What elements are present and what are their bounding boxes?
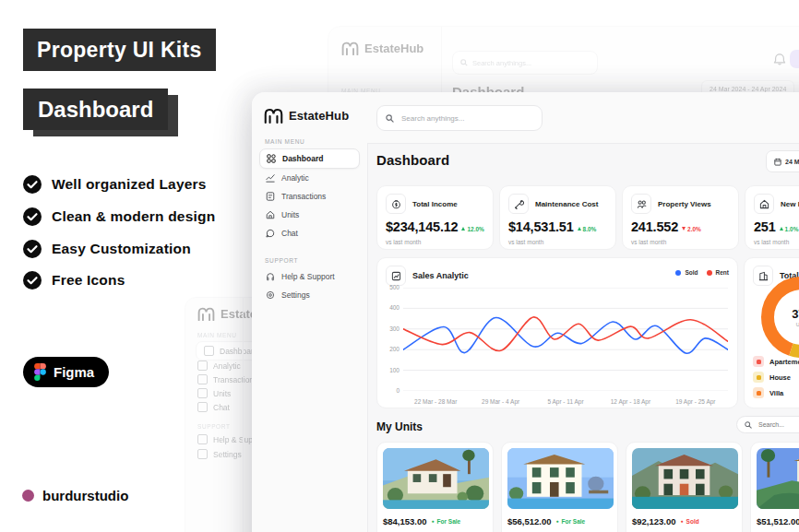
gear-icon (266, 290, 275, 300)
legend-item-house: House (753, 372, 799, 383)
unit-card-azure-haven[interactable]: $56,512.00 For Sale Azure Haven Villa (501, 442, 618, 532)
sidebar-item-settings[interactable]: Settings (259, 286, 360, 304)
search-icon (386, 114, 394, 123)
coin-icon (386, 194, 406, 214)
brand-name: EstateHub (289, 109, 349, 123)
transactions-icon (197, 374, 208, 384)
legend-item-villa: Villa (753, 387, 799, 398)
check-icon (23, 175, 42, 194)
studio-credit: burdurstudio (22, 488, 128, 503)
house-icon (754, 194, 774, 214)
main-menu-label: MAIN MENU (265, 138, 367, 145)
analytic-icon (266, 173, 275, 183)
brand-name: EstateHub (364, 41, 423, 55)
estatehub-logo-icon (197, 307, 215, 321)
page-title: Dashboard (376, 152, 799, 168)
sidebar-item-analytic[interactable]: Analytic (259, 169, 360, 187)
stat-card-maintenance-cost: Maintenance Cost $14,531.51 8.0% vs last… (499, 185, 616, 250)
help-icon (197, 434, 208, 444)
sidebar-item-transactions[interactable]: Transactions (259, 187, 360, 206)
estatehub-logo-icon (264, 108, 283, 124)
legend-item-rent: Rent (707, 269, 729, 276)
units-row: $84,153.00 For Sale Green Valley Retreat (376, 442, 799, 532)
legend-item-sold: Sold (675, 269, 698, 276)
feature-item: Clean & modern design (23, 207, 215, 226)
bell-icon (773, 53, 786, 66)
sidebar-item-units[interactable]: Units (259, 206, 360, 224)
estatehub-logo[interactable]: EstateHub (264, 108, 367, 124)
ghost-sidebar-item: Units (197, 388, 231, 398)
status-badge: For Sale (432, 518, 461, 525)
promo-title: Property UI Kits (23, 29, 216, 71)
dashboard-icon (267, 154, 276, 163)
change-badge: 2.0% (682, 226, 701, 232)
avatar (790, 50, 799, 68)
feature-item: Free Icons (23, 271, 125, 290)
status-badge: Sold (681, 518, 699, 525)
search-icon (460, 59, 468, 66)
transactions-icon (266, 192, 275, 201)
sidebar-item-dashboard[interactable]: Dashboard (259, 148, 360, 169)
date-range[interactable]: 24 Mar 2024 - 24 Apr 2024 (767, 158, 799, 166)
topbar (367, 92, 799, 144)
change-badge: 12.0% (461, 226, 483, 232)
calendar-icon (774, 158, 781, 166)
chat-icon (266, 229, 275, 238)
units-search[interactable] (736, 416, 799, 433)
support-label: SUPPORT (265, 257, 367, 264)
headset-icon (266, 272, 275, 281)
search-input[interactable] (400, 113, 505, 124)
feature-item: Well organized Layers (23, 175, 207, 194)
ghost-sidebar-item: Transactions (197, 374, 257, 384)
dashboard-content: Dashboard 24 Mar 2024 - 24 Apr 2024 Mont… (367, 143, 799, 532)
chat-icon (197, 402, 208, 412)
donut-legend: Apartement House Villa (753, 356, 799, 398)
estatehub-logo-icon (341, 41, 359, 55)
units-search-input[interactable] (757, 420, 799, 429)
stat-card-total-income: Total Income $234,145.12 12.0% vs last m… (376, 185, 494, 250)
status-badge: For Sale (556, 518, 586, 525)
global-search[interactable] (376, 105, 543, 131)
sales-chart-title: Sales Analytic (412, 271, 469, 280)
settings-icon (197, 449, 208, 459)
sales-legend: Sold Rent (675, 269, 729, 276)
date-range-picker[interactable]: 24 Mar 2024 - 24 Apr 2024 Monthly (766, 150, 799, 172)
unit-photo (757, 448, 799, 509)
ghost-search: Search anythings... (452, 51, 598, 75)
promo-subtitle: Dashboard (23, 89, 168, 130)
ghost-sidebar-item: Chat (197, 402, 230, 412)
people-icon (631, 194, 651, 214)
stat-card-new-properties: New Properties 251 1.0% vs last month (745, 185, 799, 250)
check-icon (23, 207, 42, 226)
dashboard-icon (204, 346, 214, 356)
unit-card-mountain-breeze[interactable]: $92,123.00 Sold Mountain Breeze Villa (626, 442, 743, 532)
unit-card-lakeside-harmony[interactable]: $51,512.00 For Sale Lakeside Harmony (750, 442, 799, 532)
sidebar-item-help-support[interactable]: Help & Support (259, 267, 360, 286)
sales-analytic-card: Sales Analytic Sold Rent 010020030040050… (376, 257, 738, 408)
change-badge: 1.0% (780, 226, 799, 232)
stats-row: Total Income $234,145.12 12.0% vs last m… (376, 185, 799, 250)
ghost-sidebar-item: Analytic (197, 361, 241, 371)
figma-icon (34, 363, 46, 381)
units-icon (197, 388, 208, 398)
sidebar-item-chat[interactable]: Chat (259, 224, 360, 242)
charts-row: Sales Analytic Sold Rent 010020030040050… (376, 257, 799, 408)
analytic-icon (197, 361, 208, 371)
sidebar: EstateHub MAIN MENU Dashboard Analytic T… (252, 92, 368, 532)
sales-chart-svg (403, 288, 728, 391)
legend-item-apartement: Apartement (753, 356, 799, 367)
unit-card-green-valley[interactable]: $84,153.00 For Sale Green Valley Retreat (376, 442, 494, 532)
estatehub-logo: EstateHub (341, 41, 423, 55)
screenshot-stage: EstateHub MAIN MENU Dashboard Search any… (0, 0, 799, 532)
unit-photo (632, 448, 738, 509)
check-icon (23, 240, 42, 258)
check-icon (23, 271, 42, 290)
chart-icon (386, 266, 406, 286)
total-properties-card: Total Properties 375 Units Apartement Ho… (744, 257, 799, 408)
units-icon (266, 210, 275, 219)
tools-icon (508, 194, 529, 214)
feature-item: Easy Customization (23, 240, 191, 258)
change-badge: 8.0% (578, 226, 597, 232)
figma-button[interactable]: Figma (23, 357, 109, 387)
my-units-title: My Units (376, 420, 423, 433)
